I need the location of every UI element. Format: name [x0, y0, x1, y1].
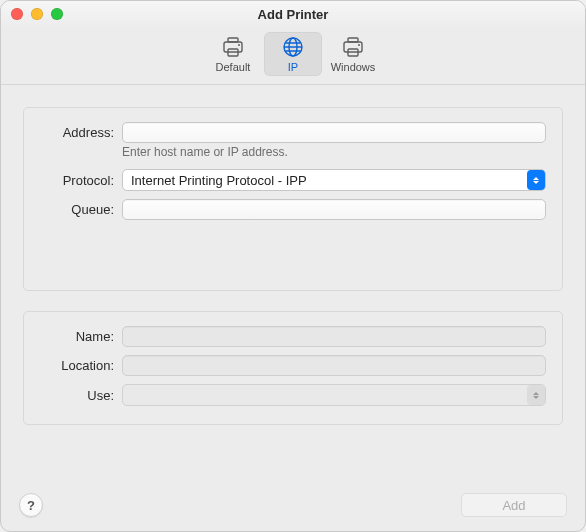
updown-chevron-icon	[527, 385, 545, 405]
protocol-select[interactable]: Internet Printing Protocol - IPP	[122, 169, 546, 191]
name-label: Name:	[40, 329, 122, 344]
details-panel: Name: Location: Use:	[23, 311, 563, 425]
protocol-value: Internet Printing Protocol - IPP	[131, 173, 307, 188]
window-title: Add Printer	[258, 7, 329, 22]
address-hint: Enter host name or IP address.	[122, 145, 546, 159]
zoom-window-button[interactable]	[51, 8, 63, 20]
name-input[interactable]	[122, 326, 546, 347]
address-input[interactable]	[122, 122, 546, 143]
address-label: Address:	[40, 125, 122, 140]
printer-icon	[204, 34, 262, 60]
printer-source-segmented: Default IP	[203, 32, 383, 76]
titlebar: Add Printer	[1, 1, 585, 29]
tab-default-label: Default	[204, 60, 262, 74]
svg-rect-10	[344, 42, 362, 52]
svg-point-3	[238, 44, 240, 46]
tab-ip-label: IP	[264, 60, 322, 74]
content-area: Address: Enter host name or IP address. …	[1, 85, 585, 493]
footer: ? Add	[1, 493, 585, 531]
add-printer-window: Add Printer Default	[0, 0, 586, 532]
help-button[interactable]: ?	[19, 493, 43, 517]
close-window-button[interactable]	[11, 8, 23, 20]
add-button-label: Add	[502, 498, 525, 513]
location-label: Location:	[40, 358, 122, 373]
tab-ip[interactable]: IP	[264, 32, 322, 76]
use-select[interactable]	[122, 384, 546, 406]
toolbar: Default IP	[1, 29, 585, 85]
connection-panel: Address: Enter host name or IP address. …	[23, 107, 563, 291]
queue-label: Queue:	[40, 202, 122, 217]
tab-windows[interactable]: Windows	[324, 32, 382, 76]
printer-icon	[324, 34, 382, 60]
minimize-window-button[interactable]	[31, 8, 43, 20]
tab-windows-label: Windows	[324, 60, 382, 74]
globe-icon	[264, 34, 322, 60]
help-icon: ?	[27, 498, 35, 513]
tab-default[interactable]: Default	[204, 32, 262, 76]
queue-input[interactable]	[122, 199, 546, 220]
add-button[interactable]: Add	[461, 493, 567, 517]
svg-rect-1	[224, 42, 242, 52]
use-label: Use:	[40, 388, 122, 403]
updown-chevron-icon	[527, 170, 545, 190]
window-controls	[11, 8, 63, 20]
svg-point-12	[358, 44, 360, 46]
protocol-label: Protocol:	[40, 173, 122, 188]
location-input[interactable]	[122, 355, 546, 376]
